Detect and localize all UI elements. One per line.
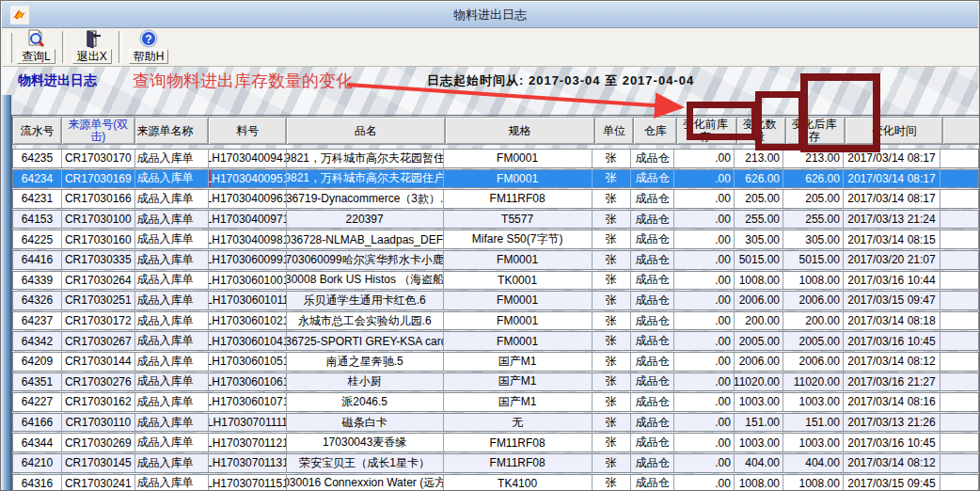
cell[interactable]: 64225 — [13, 230, 62, 248]
cell[interactable]: 2005.00 — [735, 332, 783, 350]
table-row[interactable]: 64342CR17030267成品入库单LH17030601041036725-… — [12, 331, 979, 351]
cell[interactable]: CR17030269 — [62, 434, 135, 451]
cell[interactable]: 30008 Bork US Histos （海盗船 — [287, 272, 444, 290]
cell[interactable]: 1003.00 — [735, 434, 783, 451]
table-row[interactable]: 64351CR17030276成品入库单LH17030601061桂小厨国产M1… — [12, 372, 979, 392]
cell[interactable]: LH17030701151 — [209, 475, 286, 491]
cell[interactable]: LH17030701131 — [209, 454, 286, 472]
table-row[interactable]: 64339CR17030264成品入库单LH1703060100130008 B… — [12, 271, 979, 291]
cell[interactable]: 成品仓 — [631, 393, 674, 411]
cell[interactable]: FM0001 — [444, 312, 593, 330]
cell[interactable]: 成品仓 — [631, 292, 674, 309]
cell[interactable]: .00 — [674, 211, 735, 229]
cell[interactable]: 64153 — [13, 211, 62, 229]
cell[interactable]: 成品仓 — [631, 211, 674, 229]
cell[interactable]: FM0001 — [444, 150, 593, 167]
cell[interactable]: 张 — [593, 272, 631, 290]
cell[interactable]: 成品入库单 — [135, 414, 210, 432]
cell[interactable]: 036725-SPORTI GREY-KSA card. — [287, 332, 444, 350]
cell[interactable]: FM11RF08 — [444, 454, 593, 472]
cell[interactable]: 030016 Connexxion Water (远方 — [287, 475, 444, 491]
cell[interactable]: 64234 — [13, 170, 62, 188]
cell[interactable]: 64326 — [13, 292, 62, 309]
table-row[interactable]: 64209CR17030144成品入库单LH17030601051南通之星奔驰.… — [12, 352, 979, 372]
cell[interactable]: 64235 — [13, 150, 62, 167]
cell[interactable]: CR17030276 — [62, 373, 135, 391]
cell[interactable]: 151.00 — [783, 414, 844, 432]
cell[interactable]: 成品仓 — [631, 312, 674, 330]
cell[interactable]: 5015.00 — [783, 251, 844, 269]
cell[interactable]: 205.00 — [783, 190, 844, 208]
table-row[interactable]: 64227CR17030162成品入库单LH17030601071派2046.5… — [12, 392, 979, 412]
cell[interactable]: 成品仓 — [631, 475, 674, 491]
cell[interactable]: 220397 — [287, 211, 444, 229]
cell[interactable]: .00 — [674, 353, 735, 371]
cell[interactable]: 张 — [593, 292, 631, 309]
cell[interactable]: CR17030251 — [62, 292, 135, 309]
cell[interactable]: 成品入库单 — [135, 170, 210, 188]
table-row[interactable]: 64416CR17030335成品入库单LH170306009917030600… — [12, 250, 979, 270]
cell[interactable]: 200.00 — [783, 312, 844, 330]
cell[interactable]: 255.00 — [783, 211, 844, 229]
cell[interactable]: 2017/03/14 08:16 — [844, 393, 940, 411]
cell[interactable]: 213.00 — [735, 150, 783, 167]
cell[interactable]: 成品入库单 — [135, 353, 210, 371]
cell[interactable]: 9821，万科城市高尔夫花园暂住 — [287, 150, 444, 167]
cell[interactable]: 626.00 — [783, 170, 844, 188]
cell[interactable]: 国产M1 — [444, 393, 593, 411]
cell[interactable]: CR17030264 — [62, 272, 135, 290]
table-row[interactable]: 64316CR17030241成品入库单LH17030701151030016 … — [12, 474, 979, 491]
cell[interactable]: .00 — [674, 414, 735, 432]
table-row[interactable]: 64237CR17030172成品入库单LH17030601021永城市总工会实… — [12, 311, 979, 331]
cell[interactable]: 1003.00 — [735, 393, 783, 411]
cell[interactable]: 9821，万科城市高尔夫花园住户 — [287, 170, 444, 188]
cell[interactable]: LH17030601071 — [209, 393, 286, 411]
cell[interactable]: 7036728-NLMAB_Laadpas_DEF.4 — [287, 230, 444, 248]
cell[interactable]: CR17030170 — [62, 150, 135, 167]
cell[interactable]: CR17030110 — [62, 414, 135, 432]
cell[interactable]: 2017/03/14 08:18 — [844, 312, 940, 330]
cell[interactable]: 1008.00 — [735, 272, 783, 290]
cell[interactable]: .00 — [674, 312, 735, 330]
table-row[interactable]: 64210CR17030145成品入库单LH17030701131荣安宝贝王（成… — [12, 453, 979, 473]
cell[interactable]: 626.00 — [735, 170, 783, 188]
cell[interactable]: .00 — [674, 190, 735, 208]
cell[interactable]: 桂小厨 — [287, 373, 444, 391]
cell[interactable]: 乐贝通学生通用卡红色.6 — [287, 292, 444, 309]
cell[interactable]: 张 — [593, 170, 631, 188]
cell[interactable]: LH17030600991 — [209, 251, 286, 269]
cell[interactable]: 派2046.5 — [287, 393, 444, 411]
cell[interactable]: 成品仓 — [631, 272, 674, 290]
cell[interactable]: 成品入库单 — [135, 272, 210, 290]
cell[interactable]: LH17030400961 — [209, 190, 286, 208]
cell[interactable]: LH17030601021 — [209, 312, 286, 330]
cell[interactable]: 张 — [593, 353, 631, 371]
cell[interactable]: 64316 — [13, 475, 62, 491]
cell[interactable]: 南通之星奔驰.5 — [287, 353, 444, 371]
cell[interactable]: CR17030145 — [62, 454, 135, 472]
table-row[interactable]: 64153CR17030100成品入库单LH17030400971220397T… — [12, 210, 979, 230]
cell[interactable]: 成品入库单 — [135, 475, 210, 491]
cell[interactable]: 张 — [593, 150, 631, 167]
cell[interactable]: 1003.00 — [783, 393, 844, 411]
cell[interactable]: 张 — [593, 312, 631, 330]
cell[interactable]: 成品入库单 — [135, 393, 210, 411]
table-row[interactable]: 64231CR17030166成品入库单LH17030400961036719-… — [12, 189, 979, 209]
cell[interactable]: 1008.00 — [735, 475, 783, 491]
cell[interactable]: CR17030169 — [62, 170, 135, 188]
cell[interactable]: FM0001 — [444, 251, 593, 269]
cell[interactable]: 张 — [593, 373, 631, 391]
cell[interactable]: FM0001 — [444, 170, 593, 188]
cell[interactable]: 2017/03/16 10:44 — [844, 272, 940, 290]
table-row[interactable]: 64326CR17030251成品入库单LH17030601011乐贝通学生通用… — [12, 291, 979, 310]
cell[interactable]: 张 — [593, 230, 631, 248]
cell[interactable]: 64339 — [13, 272, 62, 290]
cell[interactable]: 64209 — [13, 353, 62, 371]
cell[interactable]: 5015.00 — [735, 251, 783, 269]
cell[interactable]: 17030043麦香缘 — [287, 434, 444, 451]
cell[interactable]: 2017/03/15 09:47 — [844, 292, 940, 309]
cell[interactable]: 成品仓 — [631, 170, 674, 188]
cell[interactable]: 404.00 — [735, 454, 783, 472]
cell[interactable]: T5577 — [444, 211, 593, 229]
cell[interactable]: .00 — [674, 434, 735, 451]
